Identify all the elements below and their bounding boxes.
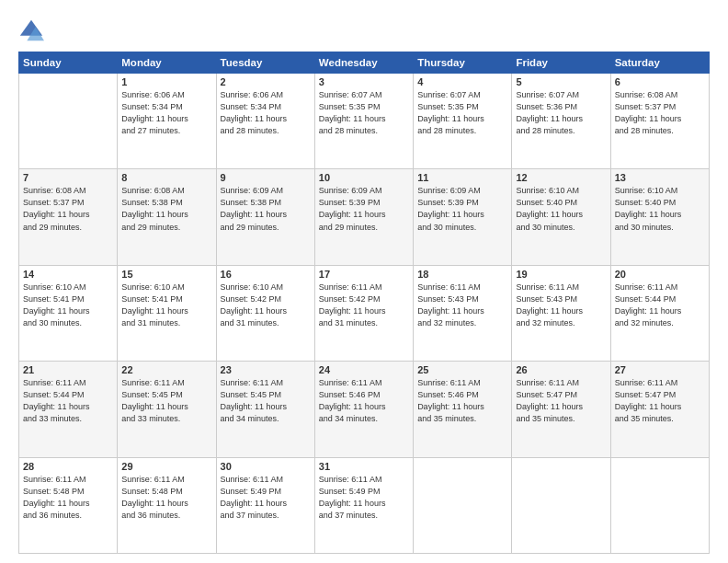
day-cell: 26Sunrise: 6:11 AMSunset: 5:47 PMDayligh… xyxy=(512,362,610,457)
day-number: 31 xyxy=(319,461,409,472)
day-cell: 25Sunrise: 6:11 AMSunset: 5:46 PMDayligh… xyxy=(414,362,512,457)
day-number: 28 xyxy=(23,461,113,472)
weekday-friday: Friday xyxy=(512,52,610,74)
day-cell: 22Sunrise: 6:11 AMSunset: 5:45 PMDayligh… xyxy=(118,362,216,457)
weekday-tuesday: Tuesday xyxy=(216,52,314,74)
day-info: Sunrise: 6:11 AMSunset: 5:47 PMDaylight:… xyxy=(516,377,606,425)
day-cell: 27Sunrise: 6:11 AMSunset: 5:47 PMDayligh… xyxy=(610,362,709,457)
day-cell: 10Sunrise: 6:09 AMSunset: 5:39 PMDayligh… xyxy=(314,169,413,265)
day-cell: 17Sunrise: 6:11 AMSunset: 5:42 PMDayligh… xyxy=(314,265,413,361)
day-info: Sunrise: 6:11 AMSunset: 5:45 PMDaylight:… xyxy=(221,377,311,425)
day-number: 6 xyxy=(615,76,705,87)
day-info: Sunrise: 6:11 AMSunset: 5:46 PMDaylight:… xyxy=(417,377,507,425)
day-number: 24 xyxy=(319,364,409,375)
day-number: 3 xyxy=(319,76,409,87)
day-number: 23 xyxy=(221,364,311,375)
day-info: Sunrise: 6:11 AMSunset: 5:44 PMDaylight:… xyxy=(23,377,113,425)
day-cell: 21Sunrise: 6:11 AMSunset: 5:44 PMDayligh… xyxy=(19,362,118,457)
day-cell: 12Sunrise: 6:10 AMSunset: 5:40 PMDayligh… xyxy=(512,169,610,265)
calendar-table: SundayMondayTuesdayWednesdayThursdayFrid… xyxy=(18,52,710,554)
day-number: 4 xyxy=(417,76,507,87)
calendar-body: 1Sunrise: 6:06 AMSunset: 5:34 PMDaylight… xyxy=(19,74,710,554)
day-cell: 4Sunrise: 6:07 AMSunset: 5:35 PMDaylight… xyxy=(414,74,512,169)
day-cell: 18Sunrise: 6:11 AMSunset: 5:43 PMDayligh… xyxy=(414,265,512,361)
day-number: 22 xyxy=(121,364,211,375)
weekday-sunday: Sunday xyxy=(19,52,118,74)
day-info: Sunrise: 6:10 AMSunset: 5:41 PMDaylight:… xyxy=(121,282,211,329)
day-info: Sunrise: 6:10 AMSunset: 5:42 PMDaylight:… xyxy=(221,282,311,329)
day-info: Sunrise: 6:11 AMSunset: 5:43 PMDaylight:… xyxy=(417,282,507,329)
day-info: Sunrise: 6:06 AMSunset: 5:34 PMDaylight:… xyxy=(221,89,311,137)
calendar-header: SundayMondayTuesdayWednesdayThursdayFrid… xyxy=(19,52,710,74)
day-cell xyxy=(414,457,512,553)
day-cell: 16Sunrise: 6:10 AMSunset: 5:42 PMDayligh… xyxy=(216,265,314,361)
day-number: 21 xyxy=(23,364,113,375)
day-cell: 5Sunrise: 6:07 AMSunset: 5:36 PMDaylight… xyxy=(512,74,610,169)
day-number: 29 xyxy=(121,461,211,472)
day-info: Sunrise: 6:08 AMSunset: 5:37 PMDaylight:… xyxy=(615,89,705,137)
weekday-monday: Monday xyxy=(118,52,216,74)
day-info: Sunrise: 6:11 AMSunset: 5:45 PMDaylight:… xyxy=(121,377,211,425)
day-cell xyxy=(512,457,610,553)
day-number: 27 xyxy=(615,364,705,375)
day-number: 7 xyxy=(23,172,113,183)
day-cell: 3Sunrise: 6:07 AMSunset: 5:35 PMDaylight… xyxy=(314,74,413,169)
day-cell: 9Sunrise: 6:09 AMSunset: 5:38 PMDaylight… xyxy=(216,169,314,265)
day-number: 20 xyxy=(615,269,705,280)
calendar-page: SundayMondayTuesdayWednesdayThursdayFrid… xyxy=(0,0,728,563)
week-row-4: 21Sunrise: 6:11 AMSunset: 5:44 PMDayligh… xyxy=(19,362,710,457)
day-number: 13 xyxy=(615,172,705,183)
day-cell: 14Sunrise: 6:10 AMSunset: 5:41 PMDayligh… xyxy=(19,265,118,361)
day-info: Sunrise: 6:11 AMSunset: 5:42 PMDaylight:… xyxy=(319,282,409,329)
day-cell: 13Sunrise: 6:10 AMSunset: 5:40 PMDayligh… xyxy=(610,169,709,265)
day-number: 9 xyxy=(221,172,311,183)
day-info: Sunrise: 6:11 AMSunset: 5:48 PMDaylight:… xyxy=(121,474,211,522)
day-info: Sunrise: 6:09 AMSunset: 5:39 PMDaylight:… xyxy=(417,185,507,233)
day-number: 2 xyxy=(221,76,311,87)
day-cell: 29Sunrise: 6:11 AMSunset: 5:48 PMDayligh… xyxy=(118,457,216,553)
day-info: Sunrise: 6:11 AMSunset: 5:49 PMDaylight:… xyxy=(319,474,409,522)
day-number: 19 xyxy=(516,269,606,280)
day-number: 1 xyxy=(121,76,211,87)
week-row-5: 28Sunrise: 6:11 AMSunset: 5:48 PMDayligh… xyxy=(19,457,710,553)
day-info: Sunrise: 6:07 AMSunset: 5:35 PMDaylight:… xyxy=(417,89,507,137)
week-row-1: 1Sunrise: 6:06 AMSunset: 5:34 PMDaylight… xyxy=(19,74,710,169)
day-info: Sunrise: 6:10 AMSunset: 5:41 PMDaylight:… xyxy=(23,282,113,329)
header xyxy=(18,15,710,44)
day-info: Sunrise: 6:11 AMSunset: 5:46 PMDaylight:… xyxy=(319,377,409,425)
day-number: 25 xyxy=(417,364,507,375)
weekday-thursday: Thursday xyxy=(414,52,512,74)
day-cell: 11Sunrise: 6:09 AMSunset: 5:39 PMDayligh… xyxy=(414,169,512,265)
day-number: 12 xyxy=(516,172,606,183)
day-info: Sunrise: 6:09 AMSunset: 5:39 PMDaylight:… xyxy=(319,185,409,233)
day-cell: 20Sunrise: 6:11 AMSunset: 5:44 PMDayligh… xyxy=(610,265,709,361)
day-info: Sunrise: 6:11 AMSunset: 5:43 PMDaylight:… xyxy=(516,282,606,329)
day-cell xyxy=(610,457,709,553)
day-number: 15 xyxy=(121,269,211,280)
weekday-saturday: Saturday xyxy=(610,52,709,74)
day-info: Sunrise: 6:07 AMSunset: 5:36 PMDaylight:… xyxy=(516,89,606,137)
day-info: Sunrise: 6:08 AMSunset: 5:38 PMDaylight:… xyxy=(121,185,211,233)
day-info: Sunrise: 6:11 AMSunset: 5:44 PMDaylight:… xyxy=(615,282,705,329)
day-info: Sunrise: 6:11 AMSunset: 5:47 PMDaylight:… xyxy=(615,377,705,425)
weekday-wednesday: Wednesday xyxy=(314,52,413,74)
week-row-2: 7Sunrise: 6:08 AMSunset: 5:37 PMDaylight… xyxy=(19,169,710,265)
day-cell: 24Sunrise: 6:11 AMSunset: 5:46 PMDayligh… xyxy=(314,362,413,457)
day-number: 18 xyxy=(417,269,507,280)
day-number: 26 xyxy=(516,364,606,375)
weekday-header-row: SundayMondayTuesdayWednesdayThursdayFrid… xyxy=(19,52,710,74)
day-info: Sunrise: 6:10 AMSunset: 5:40 PMDaylight:… xyxy=(516,185,606,233)
day-cell: 2Sunrise: 6:06 AMSunset: 5:34 PMDaylight… xyxy=(216,74,314,169)
day-info: Sunrise: 6:08 AMSunset: 5:37 PMDaylight:… xyxy=(23,185,113,233)
day-info: Sunrise: 6:06 AMSunset: 5:34 PMDaylight:… xyxy=(121,89,211,137)
day-number: 10 xyxy=(319,172,409,183)
day-info: Sunrise: 6:11 AMSunset: 5:48 PMDaylight:… xyxy=(23,474,113,522)
day-number: 11 xyxy=(417,172,507,183)
day-cell: 19Sunrise: 6:11 AMSunset: 5:43 PMDayligh… xyxy=(512,265,610,361)
day-info: Sunrise: 6:07 AMSunset: 5:35 PMDaylight:… xyxy=(319,89,409,137)
day-number: 5 xyxy=(516,76,606,87)
day-cell: 31Sunrise: 6:11 AMSunset: 5:49 PMDayligh… xyxy=(314,457,413,553)
day-number: 17 xyxy=(319,269,409,280)
day-info: Sunrise: 6:09 AMSunset: 5:38 PMDaylight:… xyxy=(221,185,311,233)
logo xyxy=(18,18,48,44)
